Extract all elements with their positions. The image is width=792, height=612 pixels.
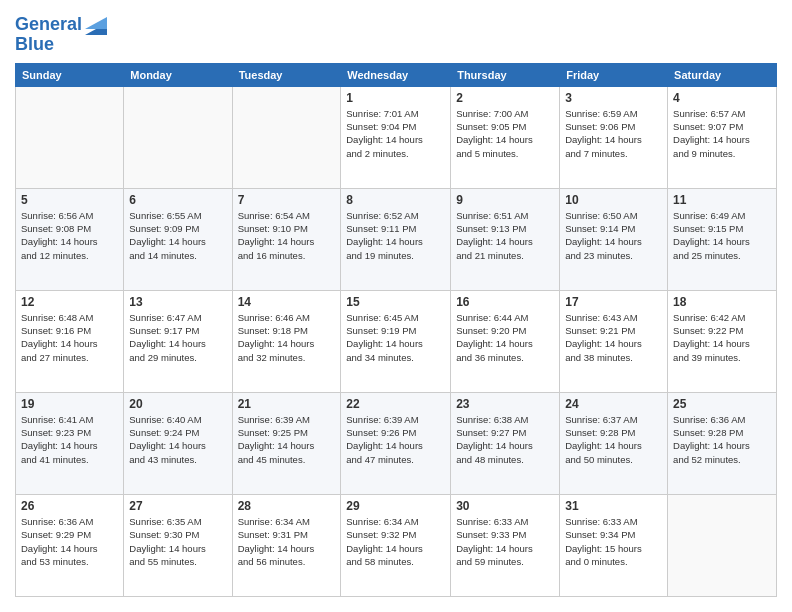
day-number: 12 (21, 295, 118, 309)
logo-icon (85, 13, 107, 35)
day-cell: 27Sunrise: 6:35 AMSunset: 9:30 PMDayligh… (124, 494, 232, 596)
day-cell: 30Sunrise: 6:33 AMSunset: 9:33 PMDayligh… (451, 494, 560, 596)
logo-blue: Blue (15, 35, 107, 55)
day-number: 2 (456, 91, 554, 105)
day-info: Sunrise: 7:01 AMSunset: 9:04 PMDaylight:… (346, 107, 445, 160)
day-number: 16 (456, 295, 554, 309)
day-cell: 20Sunrise: 6:40 AMSunset: 9:24 PMDayligh… (124, 392, 232, 494)
day-number: 15 (346, 295, 445, 309)
day-info: Sunrise: 6:37 AMSunset: 9:28 PMDaylight:… (565, 413, 662, 466)
day-number: 14 (238, 295, 336, 309)
day-info: Sunrise: 6:34 AMSunset: 9:32 PMDaylight:… (346, 515, 445, 568)
day-cell: 10Sunrise: 6:50 AMSunset: 9:14 PMDayligh… (560, 188, 668, 290)
day-number: 17 (565, 295, 662, 309)
day-cell: 12Sunrise: 6:48 AMSunset: 9:16 PMDayligh… (16, 290, 124, 392)
day-cell (668, 494, 777, 596)
day-cell: 23Sunrise: 6:38 AMSunset: 9:27 PMDayligh… (451, 392, 560, 494)
day-number: 11 (673, 193, 771, 207)
day-info: Sunrise: 6:54 AMSunset: 9:10 PMDaylight:… (238, 209, 336, 262)
logo-text: General (15, 15, 82, 35)
day-info: Sunrise: 6:57 AMSunset: 9:07 PMDaylight:… (673, 107, 771, 160)
day-number: 26 (21, 499, 118, 513)
day-info: Sunrise: 6:59 AMSunset: 9:06 PMDaylight:… (565, 107, 662, 160)
day-number: 27 (129, 499, 226, 513)
day-info: Sunrise: 7:00 AMSunset: 9:05 PMDaylight:… (456, 107, 554, 160)
day-cell: 7Sunrise: 6:54 AMSunset: 9:10 PMDaylight… (232, 188, 341, 290)
day-cell: 29Sunrise: 6:34 AMSunset: 9:32 PMDayligh… (341, 494, 451, 596)
day-info: Sunrise: 6:48 AMSunset: 9:16 PMDaylight:… (21, 311, 118, 364)
day-number: 25 (673, 397, 771, 411)
calendar-table: SundayMondayTuesdayWednesdayThursdayFrid… (15, 63, 777, 597)
day-info: Sunrise: 6:35 AMSunset: 9:30 PMDaylight:… (129, 515, 226, 568)
day-info: Sunrise: 6:46 AMSunset: 9:18 PMDaylight:… (238, 311, 336, 364)
day-number: 19 (21, 397, 118, 411)
day-number: 4 (673, 91, 771, 105)
day-cell: 1Sunrise: 7:01 AMSunset: 9:04 PMDaylight… (341, 86, 451, 188)
weekday-header-row: SundayMondayTuesdayWednesdayThursdayFrid… (16, 63, 777, 86)
day-info: Sunrise: 6:34 AMSunset: 9:31 PMDaylight:… (238, 515, 336, 568)
day-number: 10 (565, 193, 662, 207)
day-cell: 16Sunrise: 6:44 AMSunset: 9:20 PMDayligh… (451, 290, 560, 392)
day-cell: 17Sunrise: 6:43 AMSunset: 9:21 PMDayligh… (560, 290, 668, 392)
day-number: 7 (238, 193, 336, 207)
day-number: 6 (129, 193, 226, 207)
day-cell: 21Sunrise: 6:39 AMSunset: 9:25 PMDayligh… (232, 392, 341, 494)
day-cell: 18Sunrise: 6:42 AMSunset: 9:22 PMDayligh… (668, 290, 777, 392)
day-cell: 9Sunrise: 6:51 AMSunset: 9:13 PMDaylight… (451, 188, 560, 290)
day-cell: 14Sunrise: 6:46 AMSunset: 9:18 PMDayligh… (232, 290, 341, 392)
day-info: Sunrise: 6:52 AMSunset: 9:11 PMDaylight:… (346, 209, 445, 262)
weekday-header-tuesday: Tuesday (232, 63, 341, 86)
weekday-header-monday: Monday (124, 63, 232, 86)
week-row-2: 5Sunrise: 6:56 AMSunset: 9:08 PMDaylight… (16, 188, 777, 290)
day-cell: 6Sunrise: 6:55 AMSunset: 9:09 PMDaylight… (124, 188, 232, 290)
weekday-header-friday: Friday (560, 63, 668, 86)
day-info: Sunrise: 6:36 AMSunset: 9:29 PMDaylight:… (21, 515, 118, 568)
week-row-1: 1Sunrise: 7:01 AMSunset: 9:04 PMDaylight… (16, 86, 777, 188)
day-info: Sunrise: 6:41 AMSunset: 9:23 PMDaylight:… (21, 413, 118, 466)
page-header: General Blue (15, 15, 777, 55)
day-number: 23 (456, 397, 554, 411)
day-number: 21 (238, 397, 336, 411)
day-cell: 15Sunrise: 6:45 AMSunset: 9:19 PMDayligh… (341, 290, 451, 392)
day-info: Sunrise: 6:40 AMSunset: 9:24 PMDaylight:… (129, 413, 226, 466)
day-info: Sunrise: 6:38 AMSunset: 9:27 PMDaylight:… (456, 413, 554, 466)
weekday-header-saturday: Saturday (668, 63, 777, 86)
day-info: Sunrise: 6:55 AMSunset: 9:09 PMDaylight:… (129, 209, 226, 262)
day-number: 3 (565, 91, 662, 105)
day-number: 9 (456, 193, 554, 207)
day-info: Sunrise: 6:43 AMSunset: 9:21 PMDaylight:… (565, 311, 662, 364)
day-cell: 5Sunrise: 6:56 AMSunset: 9:08 PMDaylight… (16, 188, 124, 290)
day-number: 31 (565, 499, 662, 513)
day-info: Sunrise: 6:36 AMSunset: 9:28 PMDaylight:… (673, 413, 771, 466)
day-info: Sunrise: 6:47 AMSunset: 9:17 PMDaylight:… (129, 311, 226, 364)
day-info: Sunrise: 6:44 AMSunset: 9:20 PMDaylight:… (456, 311, 554, 364)
day-cell: 26Sunrise: 6:36 AMSunset: 9:29 PMDayligh… (16, 494, 124, 596)
day-number: 29 (346, 499, 445, 513)
day-info: Sunrise: 6:39 AMSunset: 9:25 PMDaylight:… (238, 413, 336, 466)
week-row-4: 19Sunrise: 6:41 AMSunset: 9:23 PMDayligh… (16, 392, 777, 494)
logo: General Blue (15, 15, 107, 55)
day-cell: 28Sunrise: 6:34 AMSunset: 9:31 PMDayligh… (232, 494, 341, 596)
day-cell: 11Sunrise: 6:49 AMSunset: 9:15 PMDayligh… (668, 188, 777, 290)
day-number: 24 (565, 397, 662, 411)
day-number: 8 (346, 193, 445, 207)
day-cell: 4Sunrise: 6:57 AMSunset: 9:07 PMDaylight… (668, 86, 777, 188)
day-info: Sunrise: 6:33 AMSunset: 9:33 PMDaylight:… (456, 515, 554, 568)
day-number: 30 (456, 499, 554, 513)
day-number: 13 (129, 295, 226, 309)
day-cell (124, 86, 232, 188)
day-number: 28 (238, 499, 336, 513)
day-info: Sunrise: 6:51 AMSunset: 9:13 PMDaylight:… (456, 209, 554, 262)
weekday-header-sunday: Sunday (16, 63, 124, 86)
day-cell (232, 86, 341, 188)
weekday-header-wednesday: Wednesday (341, 63, 451, 86)
week-row-5: 26Sunrise: 6:36 AMSunset: 9:29 PMDayligh… (16, 494, 777, 596)
day-cell: 25Sunrise: 6:36 AMSunset: 9:28 PMDayligh… (668, 392, 777, 494)
week-row-3: 12Sunrise: 6:48 AMSunset: 9:16 PMDayligh… (16, 290, 777, 392)
day-info: Sunrise: 6:56 AMSunset: 9:08 PMDaylight:… (21, 209, 118, 262)
day-number: 20 (129, 397, 226, 411)
day-cell: 13Sunrise: 6:47 AMSunset: 9:17 PMDayligh… (124, 290, 232, 392)
day-info: Sunrise: 6:49 AMSunset: 9:15 PMDaylight:… (673, 209, 771, 262)
day-info: Sunrise: 6:45 AMSunset: 9:19 PMDaylight:… (346, 311, 445, 364)
day-cell: 24Sunrise: 6:37 AMSunset: 9:28 PMDayligh… (560, 392, 668, 494)
